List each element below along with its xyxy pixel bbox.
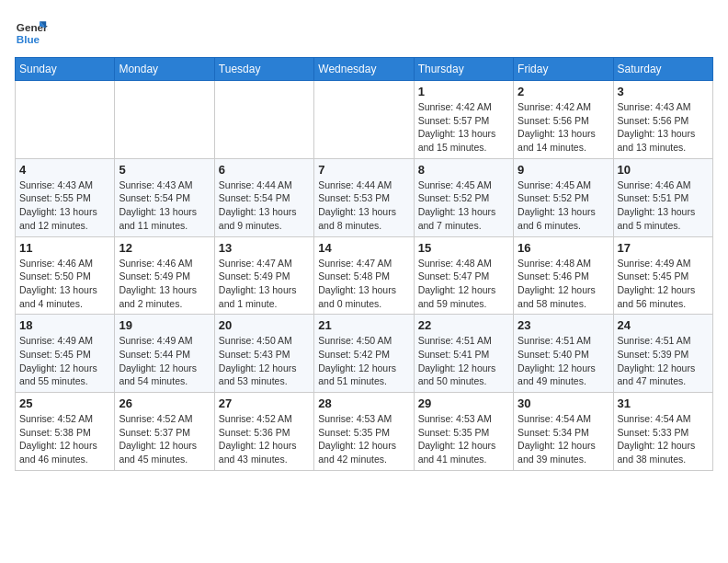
day-number: 23 xyxy=(518,318,609,332)
calendar-cell: 13Sunrise: 4:47 AM Sunset: 5:49 PM Dayli… xyxy=(214,236,313,315)
day-number: 3 xyxy=(618,85,709,98)
day-number: 9 xyxy=(518,163,609,177)
day-info: Sunrise: 4:54 AM Sunset: 5:34 PM Dayligh… xyxy=(518,412,609,466)
calendar-header-row: SundayMondayTuesdayWednesdayThursdayFrid… xyxy=(16,58,713,81)
day-number: 26 xyxy=(119,396,210,410)
day-number: 31 xyxy=(618,396,709,410)
day-info: Sunrise: 4:51 AM Sunset: 5:40 PM Dayligh… xyxy=(518,334,609,388)
day-number: 8 xyxy=(418,163,509,177)
calendar-cell: 17Sunrise: 4:49 AM Sunset: 5:45 PM Dayli… xyxy=(613,236,712,315)
week-row-5: 25Sunrise: 4:52 AM Sunset: 5:38 PM Dayli… xyxy=(16,393,713,471)
calendar-cell: 12Sunrise: 4:46 AM Sunset: 5:49 PM Dayli… xyxy=(115,236,214,315)
calendar-cell: 1Sunrise: 4:42 AM Sunset: 5:57 PM Daylig… xyxy=(414,81,513,159)
day-number: 12 xyxy=(119,241,210,255)
day-number: 17 xyxy=(618,241,709,255)
day-info: Sunrise: 4:48 AM Sunset: 5:46 PM Dayligh… xyxy=(518,257,609,311)
week-row-3: 11Sunrise: 4:46 AM Sunset: 5:50 PM Dayli… xyxy=(16,236,713,315)
calendar-cell: 15Sunrise: 4:48 AM Sunset: 5:47 PM Dayli… xyxy=(414,236,513,315)
day-info: Sunrise: 4:44 AM Sunset: 5:53 PM Dayligh… xyxy=(318,178,409,233)
calendar-cell xyxy=(214,81,313,159)
day-number: 21 xyxy=(318,318,409,332)
calendar-cell xyxy=(16,81,115,159)
day-number: 19 xyxy=(119,318,210,332)
day-header-thursday: Thursday xyxy=(414,58,513,81)
day-info: Sunrise: 4:45 AM Sunset: 5:52 PM Dayligh… xyxy=(518,178,609,233)
calendar-cell: 19Sunrise: 4:49 AM Sunset: 5:44 PM Dayli… xyxy=(115,315,214,393)
day-info: Sunrise: 4:46 AM Sunset: 5:51 PM Dayligh… xyxy=(618,178,709,233)
calendar-cell: 20Sunrise: 4:50 AM Sunset: 5:43 PM Dayli… xyxy=(214,315,313,393)
day-number: 6 xyxy=(219,163,310,177)
day-number: 1 xyxy=(418,85,509,98)
day-number: 28 xyxy=(318,396,409,410)
logo: General Blue xyxy=(15,15,48,48)
day-number: 15 xyxy=(418,241,509,255)
day-info: Sunrise: 4:51 AM Sunset: 5:41 PM Dayligh… xyxy=(418,334,509,388)
day-number: 30 xyxy=(518,396,609,410)
week-row-2: 4Sunrise: 4:43 AM Sunset: 5:55 PM Daylig… xyxy=(16,158,713,236)
calendar-cell: 23Sunrise: 4:51 AM Sunset: 5:40 PM Dayli… xyxy=(514,315,613,393)
calendar-cell: 31Sunrise: 4:54 AM Sunset: 5:33 PM Dayli… xyxy=(613,393,712,471)
day-number: 7 xyxy=(318,163,409,177)
week-row-4: 18Sunrise: 4:49 AM Sunset: 5:45 PM Dayli… xyxy=(16,315,713,393)
calendar-cell: 10Sunrise: 4:46 AM Sunset: 5:51 PM Dayli… xyxy=(613,158,712,236)
calendar-cell: 6Sunrise: 4:44 AM Sunset: 5:54 PM Daylig… xyxy=(214,158,313,236)
day-info: Sunrise: 4:43 AM Sunset: 5:54 PM Dayligh… xyxy=(119,178,210,233)
day-info: Sunrise: 4:49 AM Sunset: 5:44 PM Dayligh… xyxy=(119,334,210,388)
day-number: 4 xyxy=(19,163,110,177)
calendar-cell xyxy=(314,81,414,159)
calendar-cell: 24Sunrise: 4:51 AM Sunset: 5:39 PM Dayli… xyxy=(613,315,712,393)
day-header-saturday: Saturday xyxy=(613,58,712,81)
day-info: Sunrise: 4:47 AM Sunset: 5:49 PM Dayligh… xyxy=(219,257,310,311)
day-info: Sunrise: 4:52 AM Sunset: 5:37 PM Dayligh… xyxy=(119,412,210,466)
calendar-cell: 9Sunrise: 4:45 AM Sunset: 5:52 PM Daylig… xyxy=(514,158,613,236)
day-info: Sunrise: 4:47 AM Sunset: 5:48 PM Dayligh… xyxy=(318,257,409,311)
calendar-cell: 7Sunrise: 4:44 AM Sunset: 5:53 PM Daylig… xyxy=(314,158,414,236)
day-number: 27 xyxy=(219,396,310,410)
day-info: Sunrise: 4:43 AM Sunset: 5:55 PM Dayligh… xyxy=(19,178,110,233)
day-number: 5 xyxy=(119,163,210,177)
calendar-cell: 8Sunrise: 4:45 AM Sunset: 5:52 PM Daylig… xyxy=(414,158,513,236)
calendar-cell: 4Sunrise: 4:43 AM Sunset: 5:55 PM Daylig… xyxy=(16,158,115,236)
calendar-cell xyxy=(115,81,214,159)
calendar-cell: 21Sunrise: 4:50 AM Sunset: 5:42 PM Dayli… xyxy=(314,315,414,393)
week-row-1: 1Sunrise: 4:42 AM Sunset: 5:57 PM Daylig… xyxy=(16,81,713,159)
day-number: 25 xyxy=(19,396,110,410)
day-info: Sunrise: 4:45 AM Sunset: 5:52 PM Dayligh… xyxy=(418,178,509,233)
day-info: Sunrise: 4:46 AM Sunset: 5:49 PM Dayligh… xyxy=(119,257,210,311)
day-info: Sunrise: 4:49 AM Sunset: 5:45 PM Dayligh… xyxy=(618,257,709,311)
day-header-wednesday: Wednesday xyxy=(314,58,414,81)
day-info: Sunrise: 4:44 AM Sunset: 5:54 PM Dayligh… xyxy=(219,178,310,233)
page-header: General Blue xyxy=(15,15,713,48)
day-info: Sunrise: 4:54 AM Sunset: 5:33 PM Dayligh… xyxy=(618,412,709,466)
day-header-monday: Monday xyxy=(115,58,214,81)
calendar-cell: 26Sunrise: 4:52 AM Sunset: 5:37 PM Dayli… xyxy=(115,393,214,471)
calendar-cell: 29Sunrise: 4:53 AM Sunset: 5:35 PM Dayli… xyxy=(414,393,513,471)
day-number: 18 xyxy=(19,318,110,332)
calendar-cell: 11Sunrise: 4:46 AM Sunset: 5:50 PM Dayli… xyxy=(16,236,115,315)
day-info: Sunrise: 4:53 AM Sunset: 5:35 PM Dayligh… xyxy=(418,412,509,466)
day-info: Sunrise: 4:42 AM Sunset: 5:56 PM Dayligh… xyxy=(518,100,609,155)
day-number: 24 xyxy=(618,318,709,332)
calendar-cell: 18Sunrise: 4:49 AM Sunset: 5:45 PM Dayli… xyxy=(16,315,115,393)
day-number: 2 xyxy=(518,85,609,98)
calendar-cell: 22Sunrise: 4:51 AM Sunset: 5:41 PM Dayli… xyxy=(414,315,513,393)
day-info: Sunrise: 4:50 AM Sunset: 5:42 PM Dayligh… xyxy=(318,334,409,388)
calendar-cell: 3Sunrise: 4:43 AM Sunset: 5:56 PM Daylig… xyxy=(613,81,712,159)
day-info: Sunrise: 4:52 AM Sunset: 5:38 PM Dayligh… xyxy=(19,412,110,466)
day-info: Sunrise: 4:52 AM Sunset: 5:36 PM Dayligh… xyxy=(219,412,310,466)
calendar-cell: 27Sunrise: 4:52 AM Sunset: 5:36 PM Dayli… xyxy=(214,393,313,471)
day-info: Sunrise: 4:43 AM Sunset: 5:56 PM Dayligh… xyxy=(618,100,709,155)
day-number: 14 xyxy=(318,241,409,255)
day-number: 29 xyxy=(418,396,509,410)
calendar-cell: 16Sunrise: 4:48 AM Sunset: 5:46 PM Dayli… xyxy=(514,236,613,315)
calendar-cell: 14Sunrise: 4:47 AM Sunset: 5:48 PM Dayli… xyxy=(314,236,414,315)
day-number: 13 xyxy=(219,241,310,255)
day-info: Sunrise: 4:53 AM Sunset: 5:35 PM Dayligh… xyxy=(318,412,409,466)
day-info: Sunrise: 4:42 AM Sunset: 5:57 PM Dayligh… xyxy=(418,100,509,155)
svg-text:Blue: Blue xyxy=(17,33,40,45)
logo-icon: General Blue xyxy=(15,15,48,48)
day-number: 11 xyxy=(19,241,110,255)
day-number: 22 xyxy=(418,318,509,332)
calendar-cell: 5Sunrise: 4:43 AM Sunset: 5:54 PM Daylig… xyxy=(115,158,214,236)
day-info: Sunrise: 4:50 AM Sunset: 5:43 PM Dayligh… xyxy=(219,334,310,388)
